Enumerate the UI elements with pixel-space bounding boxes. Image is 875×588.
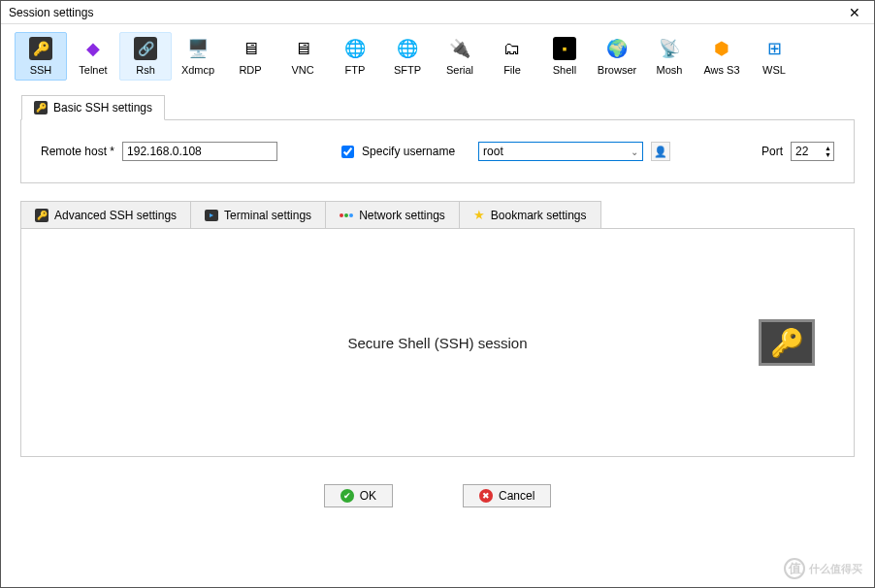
tab-net-label: Network settings [359,209,445,222]
tab-book-label: Bookmark settings [491,209,587,222]
watermark-icon: 值 [784,558,805,579]
rdp-icon: 🖥 [239,37,262,60]
file-label: File [503,64,521,76]
session-settings-window: Session settings ✕ 🔑SSH◆Telnet🔗Rsh🖥️Xdmc… [0,0,875,588]
protocol-mosh[interactable]: 📡Mosh [643,32,696,81]
username-combo[interactable]: ⌄ [478,142,643,161]
xdmcp-label: Xdmcp [181,64,214,76]
remote-host-label: Remote host * [41,145,114,158]
vnc-label: VNC [291,64,313,76]
spinner-arrows[interactable]: ▲▼ [823,145,833,158]
shell-icon: ▪ [553,37,576,60]
specify-username-label: Specify username [362,145,455,158]
wsl-label: WSL [762,64,786,76]
protocol-ftp[interactable]: 🌐FTP [329,32,381,81]
protocol-serial[interactable]: 🔌Serial [434,32,486,81]
specify-username-checkbox[interactable] [341,146,354,158]
tab-book[interactable]: ★Bookmark settings [459,201,601,228]
ftp-label: FTP [345,64,366,76]
session-key-badge: 🔑 [759,319,815,366]
aws-label: Aws S3 [703,64,739,76]
cancel-label: Cancel [499,489,535,503]
session-type-label: Secure Shell (SSH) session [347,335,527,351]
serial-label: Serial [446,64,473,76]
rsh-icon: 🔗 [134,37,157,60]
tab-adv-label: Advanced SSH settings [54,209,177,222]
user-icon: 👤 [654,146,667,158]
protocol-ssh[interactable]: 🔑SSH [15,32,67,81]
remote-host-input[interactable] [122,142,277,161]
cancel-icon: ✖ [479,489,493,503]
watermark: 值 什么值得买 [784,558,862,579]
telnet-icon: ◆ [81,37,105,60]
mosh-icon: 📡 [658,37,681,60]
tab-net[interactable]: Network settings [325,201,460,228]
watermark-text: 什么值得买 [809,562,862,576]
basic-settings-panel: 🔑 Basic SSH settings Remote host * Speci… [20,119,855,183]
cancel-button[interactable]: ✖ Cancel [463,484,551,507]
port-spinner[interactable]: ▲▼ [791,142,834,161]
protocol-aws[interactable]: ⬢Aws S3 [696,32,748,81]
tab-term[interactable]: ▸Terminal settings [190,201,326,228]
ok-label: OK [360,489,376,503]
check-icon: ✔ [340,489,354,503]
vnc-icon: 🖥 [291,37,314,60]
dialog-buttons: ✔ OK ✖ Cancel [1,484,874,507]
content-panel: Secure Shell (SSH) session 🔑 [20,229,855,457]
protocol-wsl[interactable]: ⊞WSL [748,32,800,81]
rdp-label: RDP [239,64,261,76]
file-icon: 🗂 [501,37,524,60]
protocol-rsh[interactable]: 🔗Rsh [119,32,172,81]
ssh-icon: 🔑 [29,37,52,60]
xdmcp-icon: 🖥️ [186,37,210,60]
telnet-label: Telnet [79,64,107,76]
aws-icon: ⬢ [710,37,733,60]
form-row: Remote host * Specify username ⌄ 👤 Port … [41,142,834,161]
protocol-toolbar: 🔑SSH◆Telnet🔗Rsh🖥️Xdmcp🖥RDP🖥VNC🌐FTP🌐SFTP🔌… [1,24,874,82]
protocol-rdp[interactable]: 🖥RDP [224,32,276,81]
star-icon: ★ [473,208,485,222]
ssh-label: SSH [30,64,52,76]
username-input[interactable] [483,145,631,158]
shell-label: Shell [553,64,576,76]
sftp-icon: 🌐 [396,37,419,60]
wsl-icon: ⊞ [762,37,786,60]
key-icon: 🔑 [35,209,49,222]
chevron-down-icon[interactable]: ⌄ [631,147,638,157]
close-button[interactable]: ✕ [843,5,866,20]
tab-basic-ssh-label: Basic SSH settings [53,101,152,114]
browser-label: Browser [598,64,636,76]
browser-icon: 🌍 [605,37,629,60]
protocol-xdmcp[interactable]: 🖥️Xdmcp [172,32,224,81]
key-icon: 🔑 [770,327,804,359]
port-input[interactable] [792,145,823,158]
protocol-vnc[interactable]: 🖥VNC [276,32,329,81]
titlebar: Session settings ✕ [1,1,874,24]
protocol-telnet[interactable]: ◆Telnet [67,32,119,81]
mosh-label: Mosh [657,64,683,76]
network-icon [340,213,353,217]
protocol-file[interactable]: 🗂File [486,32,538,81]
tab-term-label: Terminal settings [224,209,311,222]
serial-icon: 🔌 [448,37,471,60]
ok-button[interactable]: ✔ OK [324,484,393,507]
ftp-icon: 🌐 [343,37,367,60]
protocol-sftp[interactable]: 🌐SFTP [381,32,434,81]
protocol-shell[interactable]: ▪Shell [538,32,591,81]
window-title: Session settings [9,6,93,19]
terminal-icon: ▸ [205,210,218,221]
rsh-label: Rsh [136,64,155,76]
settings-tabs: 🔑Advanced SSH settings▸Terminal settings… [20,201,855,229]
key-icon: 🔑 [34,101,48,114]
user-picker-button[interactable]: 👤 [651,142,670,161]
protocol-browser[interactable]: 🌍Browser [591,32,643,81]
sftp-label: SFTP [394,64,421,76]
tab-adv[interactable]: 🔑Advanced SSH settings [20,201,191,228]
tab-basic-ssh[interactable]: 🔑 Basic SSH settings [21,95,165,120]
port-label: Port [762,145,783,158]
